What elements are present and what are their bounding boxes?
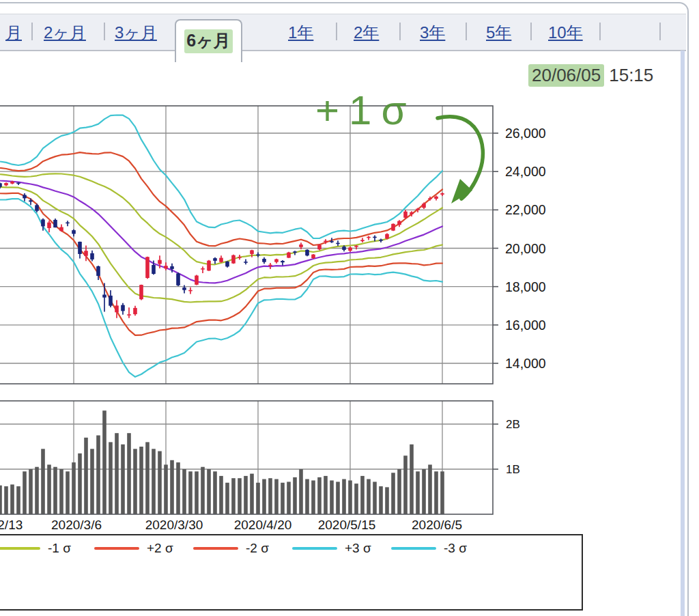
legend-swatch--3σ <box>391 547 436 550</box>
page: 月2ヶ月3ヶ月6ヶ月1年2年3年5年10年 20/06/0515:15 2020… <box>0 0 699 616</box>
tab-label: 6ヶ月 <box>184 29 233 53</box>
annotation-arrow-icon <box>0 0 699 616</box>
tab-period-6ヶ月[interactable]: 6ヶ月 <box>175 19 242 62</box>
legend: -1 σ+2 σ-2 σ+3 σ-3 σ <box>0 534 583 611</box>
legend-label: -2 σ <box>246 541 269 556</box>
legend-label: +3 σ <box>345 541 371 556</box>
legend-swatch--2σ <box>193 547 238 550</box>
legend-label: +2 σ <box>147 541 173 556</box>
legend-swatch--1σ <box>0 547 40 550</box>
legend-swatch-+2σ <box>94 547 139 550</box>
legend-swatch-+3σ <box>292 547 337 550</box>
legend-label: -1 σ <box>48 541 71 556</box>
legend-label: -3 σ <box>444 541 467 556</box>
